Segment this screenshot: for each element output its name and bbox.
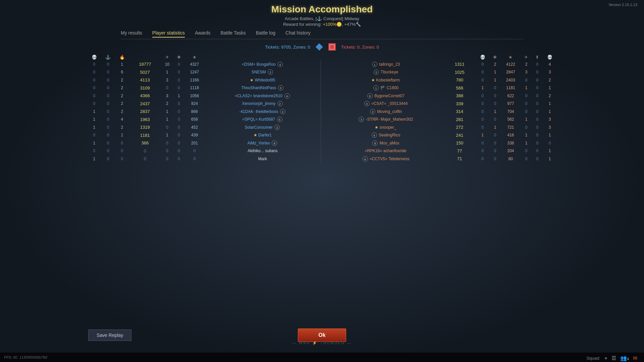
- stat-cell: 0: [87, 60, 101, 68]
- stat-cell: 1: [173, 92, 184, 100]
- player-rank-badge: 1: [373, 85, 379, 90]
- stat-cell: 0: [161, 147, 173, 155]
- player-rp: 2847: [500, 68, 521, 76]
- team-red-icon: [328, 43, 336, 51]
- stat-cell: 2: [543, 92, 557, 100]
- player-name: SealingRico: [379, 133, 400, 137]
- stat-cell: 2: [490, 60, 501, 68]
- stat-cell: 4: [115, 116, 129, 124]
- stat-cell: 0: [101, 155, 115, 163]
- stat-cell: 0: [173, 155, 184, 163]
- player-name: Whitedot95: [255, 78, 275, 82]
- tickets-left: Tickets: 9705, Zones: 0: [265, 45, 310, 50]
- player-name: AiMz_Vortex: [248, 141, 270, 145]
- player-score: 272: [444, 123, 476, 131]
- player-score: 1963: [129, 116, 161, 124]
- stat-cell: 2: [161, 100, 173, 108]
- player-score: 4366: [129, 92, 161, 100]
- stat-cell: 1: [161, 131, 173, 139]
- stat-cell: 0: [115, 139, 129, 147]
- stat-cell: 0: [87, 68, 101, 76]
- col-header-name-right: [327, 54, 443, 60]
- stat-cell: 0: [476, 147, 490, 155]
- player-name-cell: Xenomorph_jimmy 2: [205, 100, 321, 108]
- stat-cell: 0: [101, 139, 115, 147]
- stat-cell: 0: [532, 84, 543, 92]
- stat-cell: 3: [161, 76, 173, 84]
- col-header-score-left: [129, 54, 161, 60]
- stat-cell: 0: [101, 100, 115, 108]
- table-row: 001187771004327=DSM= BoogaRoo 41 tallrin…: [87, 60, 557, 68]
- stat-cell: 0: [173, 60, 184, 68]
- fps-counter: FPS: 60: [4, 355, 17, 359]
- col-header-spawn-left: ✚: [173, 54, 184, 60]
- stat-cell: 0: [521, 108, 532, 116]
- tickets-bar: Tickets: 9705, Zones: 0 Tickets: 0, Zone…: [265, 43, 379, 51]
- stat-cell: 0: [173, 84, 184, 92]
- player-name: =DSM= BoogaRoo: [242, 62, 276, 67]
- stat-cell: 0: [173, 116, 184, 124]
- stat-cell: 0: [490, 155, 501, 163]
- stat-cell: 1: [521, 139, 532, 147]
- tab-battle-tasks[interactable]: Battle Tasks: [220, 30, 246, 38]
- stat-cell: 3: [543, 123, 557, 131]
- player-score: 18777: [129, 60, 161, 68]
- stat-cell: 0: [101, 92, 115, 100]
- tab-battle-log[interactable]: Battle log: [256, 30, 275, 38]
- table-row: 102131900452SolarConsumer 3★ snooper_272…: [87, 123, 557, 131]
- table-row: 102283710866-41DAK- thekillerboss 33 Mov…: [87, 108, 557, 116]
- tab-my-results[interactable]: My results: [121, 30, 142, 38]
- squad-add-icon[interactable]: +: [604, 355, 607, 361]
- player-rp: 1181: [500, 84, 521, 92]
- stat-cell: 0: [476, 116, 490, 124]
- player-rp: 1118: [184, 84, 205, 92]
- squad-friends-icon[interactable]: 👥₄: [620, 355, 629, 361]
- stat-cell: 0: [87, 84, 101, 92]
- mission-subtitle: Arcade Battles, [⚓ Conquest] Midway: [285, 16, 359, 21]
- stat-cell: 1: [87, 155, 101, 163]
- tab-awards[interactable]: Awards: [195, 30, 210, 38]
- mission-reward: Reward for winning: +100%🪙, +47%🔧: [283, 22, 361, 27]
- stat-cell: 0: [476, 68, 490, 76]
- player-name: snooper_: [380, 125, 396, 130]
- squad-label: Squad:: [586, 356, 600, 361]
- player-score: 0: [129, 147, 161, 155]
- player-name-cell: 3 =CSAT= _05513444: [327, 100, 443, 108]
- player-name-cell: =SPQL= Kurt5687 6: [205, 116, 321, 124]
- player-score: 71: [444, 155, 476, 163]
- stat-cell: 0: [101, 108, 115, 116]
- stat-cell: 0: [476, 60, 490, 68]
- col-header-spawn-right: ✚: [490, 54, 501, 60]
- stat-cell: 0: [476, 108, 490, 116]
- player-rp: 201: [184, 139, 205, 147]
- table-row: 0023109001118ThouShantNotPass 31 🏴 C1800…: [87, 84, 557, 92]
- col-header-c3-right: ⬆: [532, 54, 543, 60]
- tab-chat-history[interactable]: Chat history: [285, 30, 311, 38]
- stat-cell: 0: [532, 131, 543, 139]
- col-header-deaths-right: 💀: [476, 54, 490, 60]
- squad-list-icon[interactable]: ☰: [611, 355, 616, 361]
- player-rp: 80: [500, 155, 521, 163]
- player-name-cell: 3 -STRR- Major_Mahem302: [327, 116, 443, 124]
- player-name-cell: =CLAS2= brandstone2610 4: [205, 92, 321, 100]
- stat-cell: 0: [476, 139, 490, 147]
- player-rp: 1166: [184, 76, 205, 84]
- stat-cell: 0: [173, 100, 184, 108]
- player-rank-badge: 3: [370, 109, 375, 114]
- stat-cell: 0: [173, 68, 184, 76]
- player-rp: 977: [500, 100, 521, 108]
- stat-cell: 3: [521, 68, 532, 76]
- col-header-name-left: [205, 54, 321, 60]
- stat-cell: 1: [490, 68, 501, 76]
- stat-cell: 1: [115, 131, 129, 139]
- table-row: 001118110439★ Darfer14 SealingRico241104…: [87, 131, 557, 139]
- player-rp: 924: [184, 100, 205, 108]
- tab-player-statistics[interactable]: Player statistics: [152, 30, 185, 38]
- ok-button[interactable]: Ok: [298, 328, 346, 342]
- stat-cell: 4: [543, 60, 557, 68]
- stat-cell: 0: [101, 131, 115, 139]
- squad-mail-icon[interactable]: ✉: [633, 355, 637, 361]
- player-star-icon: ★: [371, 78, 376, 82]
- player-name: ThouShantNotPass: [241, 85, 276, 90]
- save-replay-button[interactable]: Save Replay: [88, 329, 131, 341]
